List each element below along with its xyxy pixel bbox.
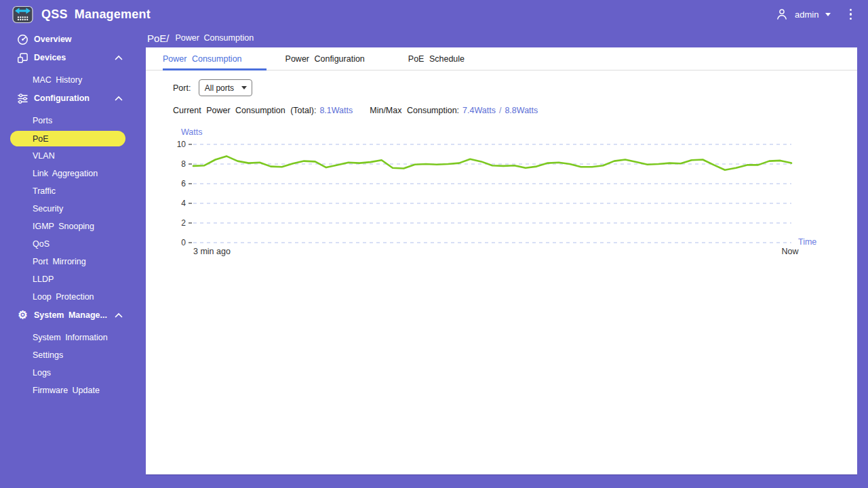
- consumption-stats: Current Power Consumption (Total): 8.1Wa…: [173, 106, 538, 115]
- sidebar-item-label: QoS: [33, 239, 50, 249]
- switch-logo-icon: [12, 5, 33, 24]
- kebab-menu-button[interactable]: [846, 7, 856, 22]
- tab-label: Power Configuration: [285, 54, 365, 64]
- tab-poe-schedule[interactable]: PoE Schedule: [408, 47, 489, 70]
- chevron-up-icon: [115, 96, 123, 101]
- tab-power-consumption[interactable]: Power Consumption: [163, 47, 267, 70]
- app-title: QSS Management: [41, 7, 151, 22]
- current-consumption-value: 8.1Watts: [319, 106, 353, 115]
- port-select[interactable]: All ports: [199, 79, 252, 96]
- tab-bar: Power Consumption Power Configuration Po…: [146, 47, 857, 70]
- gauge-icon: [16, 33, 29, 45]
- person-icon: [775, 7, 789, 21]
- sidebar-item-link-aggregation[interactable]: Link Aggregation: [0, 165, 146, 182]
- svg-text:4: 4: [181, 199, 186, 208]
- minmax-consumption-label: Min/Max Consumption:: [370, 106, 459, 115]
- breadcrumb: PoE/ Power Consumption: [146, 28, 857, 47]
- y-axis-label: Watts: [181, 127, 202, 137]
- current-consumption-label: Current Power Consumption (Total):: [173, 106, 316, 115]
- consumption-chart-svg: 0246810: [193, 144, 791, 243]
- content-panel: Power Consumption Power Configuration Po…: [146, 47, 857, 474]
- sidebar-item-label: Port Mirroring: [33, 257, 86, 266]
- sidebar-item-label: Settings: [33, 350, 63, 360]
- sidebar-nav: Overview Devices MAC History: [0, 28, 146, 488]
- sidebar-item-system-management[interactable]: ⚙ System Manage...: [0, 306, 146, 324]
- admin-menu[interactable]: admin: [775, 7, 830, 21]
- sidebar-item-security[interactable]: Security: [0, 200, 146, 218]
- power-consumption-chart: Watts 0246810 3 min ago Now Time: [146, 127, 857, 270]
- devices-icon: [16, 52, 29, 64]
- app-header: QSS Management admin: [0, 0, 868, 28]
- svg-text:2: 2: [181, 218, 186, 228]
- svg-text:8: 8: [181, 159, 186, 169]
- gear-icon: ⚙: [16, 309, 29, 321]
- sidebar-item-label: System Manage...: [34, 310, 107, 320]
- sidebar-item-label: Firmware Update: [33, 386, 100, 395]
- sidebar-item-lldp[interactable]: LLDP: [0, 270, 146, 288]
- sidebar-item-loop-protection[interactable]: Loop Protection: [0, 288, 146, 306]
- admin-username: admin: [795, 9, 818, 20]
- chevron-down-icon: [241, 86, 247, 89]
- sidebar-item-label: MAC History: [33, 75, 82, 85]
- sidebar-item-label: Ports: [33, 116, 52, 125]
- max-consumption-value: 8.8Watts: [505, 106, 538, 115]
- tab-label: Power Consumption: [163, 54, 242, 64]
- minmax-separator: /: [499, 106, 501, 115]
- sidebar-item-label: VLAN: [33, 151, 55, 161]
- sidebar-item-label: Link Aggregation: [33, 169, 98, 178]
- sidebar-item-poe[interactable]: PoE: [10, 131, 125, 146]
- sidebar-item-label: IGMP Snooping: [33, 222, 94, 231]
- sidebar-item-settings[interactable]: Settings: [0, 346, 146, 364]
- tab-power-configuration[interactable]: Power Configuration: [285, 47, 389, 70]
- sidebar-item-qos[interactable]: QoS: [0, 235, 146, 253]
- sidebar-item-label: System Information: [33, 333, 108, 342]
- svg-text:0: 0: [181, 238, 186, 247]
- x-axis-end-label: Now: [781, 247, 798, 256]
- min-consumption-value: 7.4Watts: [462, 106, 496, 115]
- port-label: Port:: [173, 83, 191, 93]
- x-axis-label: Time: [798, 237, 816, 247]
- sidebar-item-vlan[interactable]: VLAN: [0, 147, 146, 165]
- x-axis-start-label: 3 min ago: [193, 247, 231, 256]
- port-filter-row: Port: All ports: [173, 79, 252, 96]
- sidebar-item-traffic[interactable]: Traffic: [0, 182, 146, 200]
- breadcrumb-section: PoE/: [147, 33, 170, 44]
- sidebar-item-port-mirroring[interactable]: Port Mirroring: [0, 253, 146, 270]
- sidebar-item-system-information[interactable]: System Information: [0, 329, 146, 346]
- chevron-up-icon: [115, 312, 123, 318]
- tab-label: PoE Schedule: [408, 54, 465, 64]
- sidebar-item-logs[interactable]: Logs: [0, 364, 146, 382]
- sidebar-item-label: Loop Protection: [33, 292, 94, 302]
- breadcrumb-page: Power Consumption: [176, 33, 254, 43]
- sidebar-item-label: LLDP: [33, 274, 54, 284]
- sidebar-item-overview[interactable]: Overview: [0, 30, 146, 48]
- sidebar-item-label: Traffic: [33, 186, 56, 196]
- sidebar-item-igmp-snooping[interactable]: IGMP Snooping: [0, 218, 146, 235]
- sidebar-item-label: Devices: [34, 53, 66, 62]
- chevron-down-icon: [825, 13, 831, 16]
- sidebar-item-label: Logs: [33, 368, 51, 378]
- brand: QSS Management: [12, 5, 151, 24]
- sidebar-item-devices[interactable]: Devices: [0, 49, 146, 66]
- sidebar-item-firmware-update[interactable]: Firmware Update: [0, 382, 146, 399]
- sliders-icon: [16, 92, 29, 104]
- svg-text:6: 6: [181, 179, 186, 188]
- sidebar-item-label: Security: [33, 204, 63, 214]
- sidebar-item-configuration[interactable]: Configuration: [0, 89, 146, 107]
- sidebar-item-label: PoE: [33, 134, 49, 144]
- user-area: admin: [775, 7, 856, 22]
- port-select-value: All ports: [205, 83, 234, 93]
- sidebar-item-mac-history[interactable]: MAC History: [0, 71, 146, 89]
- svg-text:10: 10: [177, 140, 186, 149]
- sidebar-item-label: Overview: [34, 35, 72, 44]
- chevron-up-icon: [115, 55, 123, 60]
- sidebar-item-label: Configuration: [34, 94, 90, 103]
- sidebar-item-ports[interactable]: Ports: [0, 112, 146, 129]
